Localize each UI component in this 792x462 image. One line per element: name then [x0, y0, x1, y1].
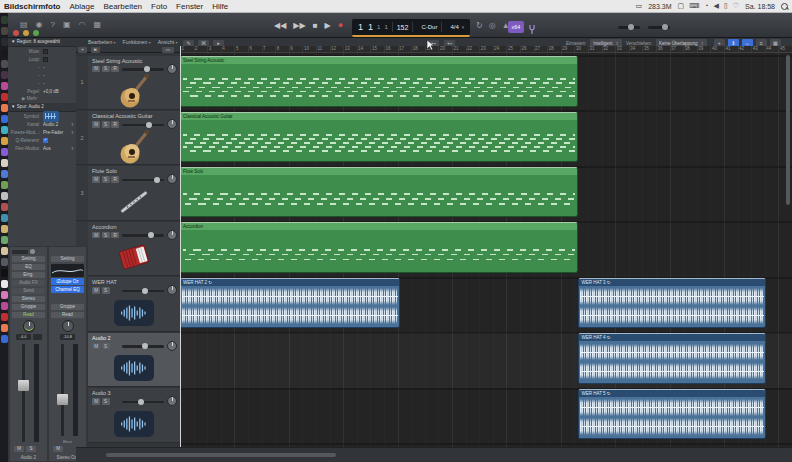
eq-thumbnail[interactable] [51, 264, 84, 277]
track-header-wer-hat[interactable]: 5WER HATMS [76, 277, 180, 331]
inspector-row[interactable]: Symbol: [8, 112, 76, 120]
lcd-display[interactable]: 1 1 1 1 152 C-Dur 4/4 ▾ [352, 19, 470, 37]
mute-button[interactable]: M [92, 66, 100, 73]
strip-slot-gruppe[interactable]: Gruppe [51, 304, 84, 311]
audio-region-wer-hat-2[interactable]: WER HAT 2 ↻ [180, 278, 400, 328]
horizontal-scrollbar[interactable] [106, 453, 336, 457]
volume-fader[interactable] [51, 342, 84, 438]
battery-icon[interactable]: ▯ [724, 2, 728, 10]
record-enable-button[interactable]: R [111, 176, 119, 183]
duplicate-track-button[interactable]: ≣ [91, 47, 100, 53]
track-header-steel-string-acoustic[interactable]: 1Steel String AcousticMSR [76, 56, 180, 110]
bounce-label[interactable]: Bnce [51, 439, 84, 444]
solo-button[interactable]: S [102, 232, 110, 239]
track-name[interactable]: Flute Solo [92, 168, 117, 174]
track-volume-slider[interactable] [122, 124, 164, 127]
pan-knob[interactable] [23, 320, 35, 332]
track-volume-slider[interactable] [122, 68, 164, 71]
track-header-audio-3[interactable]: 7Audio 3MS [76, 388, 180, 442]
solo-button[interactable]: S [102, 176, 110, 183]
track-header-classical-acoustic-guitar[interactable]: 2Classical Acoustic GuitarMSR [76, 111, 180, 165]
inspector-row[interactable]: Flex-Modus:Aus⇕ [8, 144, 76, 152]
inspector-row[interactable]: Q-Referenz:✓ [8, 136, 76, 144]
volume-icon[interactable]: ◀ [714, 2, 719, 10]
menubar-menu[interactable]: Ablage [69, 2, 94, 11]
midi-region-flute-solo[interactable]: Flute Solo [180, 167, 578, 217]
local-menu[interactable]: Funktionen ▾ [123, 39, 151, 45]
solo-button[interactable]: S [102, 287, 110, 294]
record-enable-button[interactable]: R [111, 232, 119, 239]
strip-slot-setting[interactable]: Setting [12, 256, 45, 263]
track-header-audio-2[interactable]: 6Audio 2MS [76, 333, 180, 387]
minimize-window-icon[interactable] [23, 30, 29, 36]
volume-readout[interactable]: -4.0 [16, 334, 31, 340]
volume-readout[interactable]: -10.8 [60, 334, 75, 340]
arrange-area[interactable]: Steel String AcousticClassical Acoustic … [180, 53, 792, 447]
local-menu[interactable]: Bearbeiten ▾ [88, 39, 116, 45]
track-name[interactable]: Classical Acoustic Guitar [92, 113, 153, 119]
track-pan-knob[interactable] [167, 341, 177, 351]
gain-knob[interactable] [30, 249, 35, 254]
track-pan-knob[interactable] [167, 119, 177, 129]
inspector-more[interactable]: ▶ Mehr [8, 95, 76, 103]
inspector-row[interactable]: Pegel:+0,0 dB [8, 87, 76, 95]
mute-button[interactable]: M [92, 343, 100, 350]
pan-knob[interactable] [62, 320, 74, 332]
track-pan-knob[interactable] [167, 174, 177, 184]
playhead[interactable] [180, 46, 181, 447]
display-icon[interactable]: ▢ [678, 2, 685, 10]
library-icon[interactable]: ▤ [20, 20, 28, 29]
track-inspector-header[interactable]: ▼ Spur: Audio 2 [8, 103, 76, 112]
strip-slot-stereo[interactable]: Stereo [12, 296, 45, 303]
lcd-key[interactable]: C-Dur [421, 24, 437, 30]
mute-button[interactable]: M [14, 446, 24, 453]
keyboard-icon[interactable]: ⌨ [689, 2, 699, 10]
track-header-accordion[interactable]: 4AccordionMSR [76, 222, 180, 276]
local-menu[interactable]: Ansicht ▾ [158, 39, 178, 45]
lcd-caret-icon[interactable]: ▾ [462, 24, 465, 30]
inspector-row[interactable]: Mute: [8, 47, 76, 55]
track-header-flute-solo[interactable]: 3Flute SoloMSR [76, 166, 180, 220]
stop-button[interactable]: ■ [313, 21, 318, 30]
volume-fader[interactable] [12, 342, 45, 445]
track-pan-knob[interactable] [167, 285, 177, 295]
plugin-slot-channel-eq[interactable]: Channel EQ [51, 286, 84, 293]
audio-region-wer-hat-5[interactable]: WER HAT 5 ↻ [578, 389, 766, 439]
mute-button[interactable]: M [92, 287, 100, 294]
close-window-icon[interactable] [13, 30, 19, 36]
menubar-menu[interactable]: Bearbeiten [103, 2, 142, 11]
toolbar-slider-1[interactable] [618, 26, 640, 29]
track-volume-slider[interactable] [122, 179, 164, 182]
strip-slot-setting[interactable]: Setting [51, 256, 84, 263]
track-header-config-button[interactable]: ▭ [162, 47, 174, 53]
solo-button[interactable]: S [102, 343, 110, 350]
cycle-icon[interactable]: ↻ [476, 21, 483, 30]
toolbar-slider-2[interactable] [648, 26, 670, 29]
mixer-icon[interactable]: ▦ [94, 20, 102, 29]
spotlight-icon[interactable] [781, 3, 788, 10]
track-pan-knob[interactable] [167, 64, 177, 74]
inspector-icon[interactable]: ◉ [36, 20, 43, 29]
strip-slot-eing-[interactable]: Eing. [12, 272, 45, 279]
menubar-menu[interactable]: Foto [151, 2, 167, 11]
strip-slot-read[interactable]: Read [51, 312, 84, 319]
solo-button[interactable]: S [102, 121, 110, 128]
dock-strip[interactable] [0, 13, 8, 462]
menubar-menu[interactable]: Fenster [176, 2, 203, 11]
midi-region-accordion[interactable]: Accordion [180, 222, 578, 272]
record-enable-button[interactable]: R [111, 66, 119, 73]
menubar-app-name[interactable]: Bildschirmfoto [4, 2, 60, 11]
lcd-tempo[interactable]: 152 [397, 24, 409, 31]
strip-slot-audio-fx[interactable]: Audio FX [12, 280, 45, 287]
strip-slot-eq[interactable]: EQ [12, 264, 45, 271]
mute-button[interactable]: M [92, 232, 100, 239]
track-volume-slider[interactable] [122, 234, 164, 237]
inspector-row[interactable]: -- [8, 79, 76, 87]
bar-ruler[interactable]: 1234567891011121314151617181920212223242… [180, 46, 792, 53]
track-name[interactable]: Accordion [92, 224, 116, 230]
inspector-row[interactable]: Loop: [8, 55, 76, 63]
track-name[interactable]: WER HAT [92, 279, 117, 285]
audio-region-wer-hat-4[interactable]: WER HAT 4 ↻ [578, 333, 766, 383]
track-volume-slider[interactable] [122, 345, 164, 348]
inspector-row[interactable]: -- [8, 63, 76, 71]
